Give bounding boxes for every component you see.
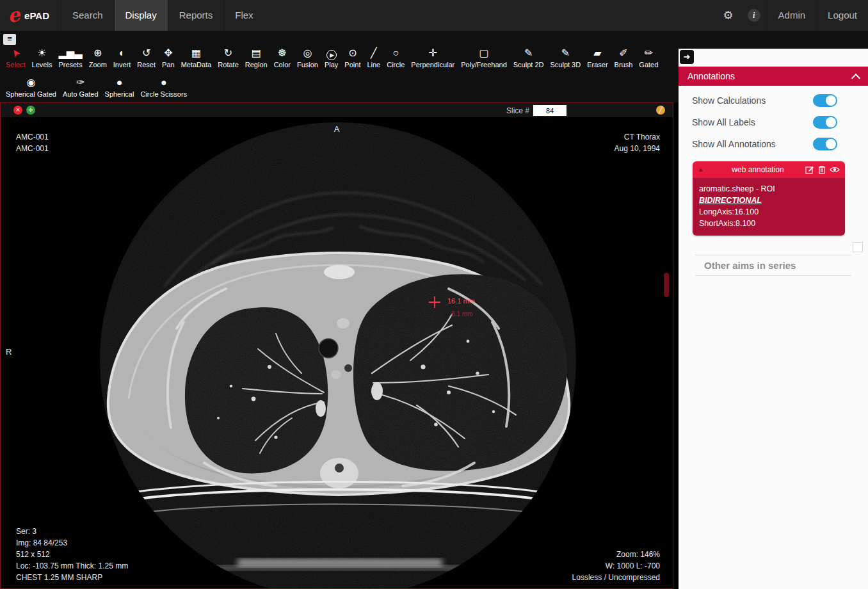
tool-pan[interactable]: ✥ Pan (159, 46, 178, 69)
invert-icon: ◐ (119, 46, 125, 60)
annotate-mode-icon[interactable]: ╱ (656, 106, 665, 115)
tool-invert[interactable]: ◐ Invert (110, 46, 134, 69)
delete-annotation-icon[interactable] (818, 165, 826, 174)
tool-play-label: Play (325, 61, 338, 69)
orientation-right-label: R (6, 346, 12, 358)
tool-presets[interactable]: ▂▅▃ Presets (55, 46, 85, 69)
show-all-labels-toggle[interactable] (813, 116, 837, 129)
tool-reset[interactable]: ↺ Reset (134, 46, 159, 69)
tool-zoom-label: Zoom (89, 61, 107, 69)
study-description: CT Thorax (615, 131, 660, 143)
show-all-annotations-toggle[interactable] (813, 138, 837, 150)
close-viewport-icon[interactable]: × (13, 106, 22, 115)
toolbar-menu-icon[interactable]: ≡ (3, 34, 16, 45)
tool-poly-freehand[interactable]: ▢ Poly/Freehand (458, 46, 510, 69)
tool-color-label: Color (274, 61, 291, 69)
slice-number-input[interactable] (533, 105, 567, 116)
matrix-size: 512 x 512 (16, 549, 128, 560)
eraser-icon: ▰ (593, 46, 601, 60)
circle-scissors-icon: ● (161, 76, 167, 90)
tool-eraser[interactable]: ▰ Eraser (584, 46, 611, 69)
tool-region[interactable]: ▤ Region (242, 46, 271, 69)
circle-icon: ○ (392, 46, 399, 60)
tool-sculpt-3d[interactable]: ✎ Sculpt 3D (547, 46, 584, 69)
ct-axial-image[interactable] (1, 117, 673, 588)
fusion-icon: ◎ (303, 46, 312, 60)
tool-gated[interactable]: ✏ Gated (636, 46, 661, 69)
annotation-toggles: Show Calculations Show All Labels Show A… (679, 90, 868, 155)
tool-sculpt-2d-label: Sculpt 2D (513, 61, 544, 69)
nav-right: ⚙ i Admin Logout (715, 0, 868, 31)
slice-number-label: Slice # (506, 106, 529, 115)
tool-circle-scissors[interactable]: ● Circle Scissors (137, 76, 190, 98)
rotate-icon: ↻ (224, 46, 232, 60)
slice-location: Loc: -103.75 mm Thick: 1.25 mm (16, 560, 128, 572)
show-hide-annotation-eye-icon[interactable] (830, 166, 840, 173)
tool-sculpt-2d[interactable]: ✎ Sculpt 2D (510, 46, 547, 69)
nav-item-search[interactable]: Search (61, 0, 114, 31)
tool-levels[interactable]: ☀ Levels (29, 46, 56, 69)
tool-select[interactable]: ➤ Select (3, 46, 29, 69)
annotation-card-actions (805, 165, 840, 174)
annotations-title: Annotations (687, 71, 735, 81)
tool-spherical[interactable]: ● Spherical (102, 76, 138, 98)
auto-gated-icon: ✑ (76, 76, 84, 90)
edit-annotation-icon[interactable] (805, 165, 814, 174)
nav-item-admin[interactable]: Admin (767, 0, 817, 31)
brand[interactable]: e ePAD (0, 6, 61, 25)
annotation-card-header[interactable]: ▲ web annotation (693, 161, 845, 178)
tool-sculpt-3d-label: Sculpt 3D (550, 61, 581, 69)
tool-zoom[interactable]: ⊕ Zoom (86, 46, 110, 69)
select-icon: ➤ (7, 45, 24, 61)
tool-invert-label: Invert (113, 61, 131, 69)
tool-metadata[interactable]: ▦ MetaData (178, 46, 215, 69)
other-aims-section: Other aims in series (679, 255, 868, 276)
tool-color[interactable]: ☸ Color (271, 46, 294, 69)
color-icon: ☸ (278, 46, 287, 60)
orientation-anterior-label: A (1, 124, 673, 135)
tool-spherical-gated[interactable]: ◉ Spherical Gated (3, 76, 60, 98)
top-nav: e ePAD Search Display Reports Flex ⚙ i A… (0, 0, 868, 31)
tool-perpendicular[interactable]: ✛ Perpendicular (408, 46, 458, 69)
tool-pan-label: Pan (162, 61, 175, 69)
tool-auto-gated-label: Auto Gated (63, 90, 99, 98)
nav-item-flex[interactable]: Flex (223, 0, 264, 31)
nav-item-logout[interactable]: Logout (816, 0, 868, 31)
collapse-triangle-icon: ▲ (698, 166, 711, 173)
poly-freehand-icon: ▢ (479, 46, 488, 60)
tool-point[interactable]: ⊙ Point (341, 46, 364, 69)
levels-icon: ☀ (37, 46, 46, 60)
tool-circle-label: Circle (387, 61, 405, 69)
tool-fusion[interactable]: ◎ Fusion (294, 46, 321, 69)
annotation-card-body[interactable]: aromatic.sheep - ROI BIDIRECTIONAL LongA… (693, 178, 845, 236)
patient-id-line-1: AMC-001 (16, 131, 49, 143)
tool-circle[interactable]: ○ Circle (383, 46, 408, 69)
tool-brush[interactable]: ✐ Brush (611, 46, 636, 69)
settings-gear-icon[interactable]: ⚙ (715, 8, 741, 22)
window-level: W: 1000 L: -700 (572, 560, 660, 572)
annotation-card: ▲ web annotation aromatic.sheep - ROI BI… (693, 161, 845, 236)
nav-item-reports[interactable]: Reports (168, 0, 224, 31)
viewport-title-bar: × ✛ Slice # ╱ (1, 103, 673, 118)
annotations-header[interactable]: Annotations (679, 67, 868, 86)
resize-viewport-icon[interactable]: ✛ (26, 106, 35, 115)
study-date: Aug 10, 1994 (615, 143, 660, 154)
tool-play[interactable]: ▶ Play (321, 48, 341, 69)
slice-scrollbar-thumb[interactable] (664, 273, 669, 297)
tool-rotate[interactable]: ↻ Rotate (214, 46, 241, 69)
tool-presets-label: Presets (58, 61, 82, 69)
bidirectional-crosshair[interactable] (429, 296, 440, 308)
tool-spherical-gated-label: Spherical Gated (6, 90, 56, 98)
divider (695, 275, 851, 276)
panel-scroll-handle[interactable] (853, 242, 863, 252)
tool-line[interactable]: ╱ Line (364, 46, 383, 69)
tool-levels-label: Levels (32, 61, 52, 69)
tool-perpendicular-label: Perpendicular (411, 61, 454, 69)
show-calculations-toggle[interactable] (813, 94, 837, 107)
tool-circle-scissors-label: Circle Scissors (140, 90, 187, 98)
panel-collapse-arrow-icon[interactable]: ➜ (680, 50, 694, 64)
info-icon[interactable]: i (748, 9, 760, 22)
nav-item-display[interactable]: Display (114, 0, 168, 31)
other-aims-title: Other aims in series (695, 255, 851, 275)
tool-auto-gated[interactable]: ✑ Auto Gated (60, 76, 102, 98)
